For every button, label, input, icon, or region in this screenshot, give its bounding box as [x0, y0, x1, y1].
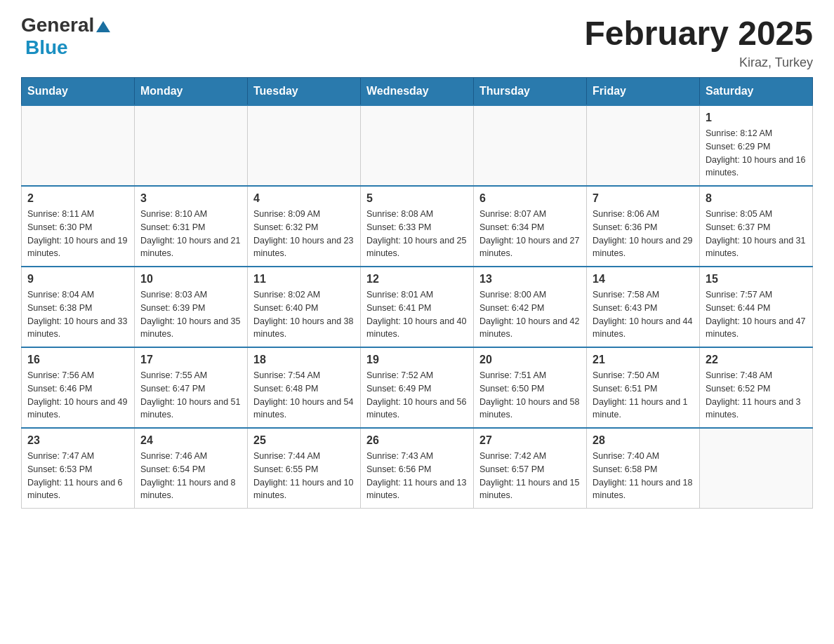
- day-number: 3: [140, 192, 241, 205]
- day-info: Sunrise: 7:46 AM Sunset: 6:54 PM Dayligh…: [140, 450, 241, 502]
- calendar-day-cell: 2Sunrise: 8:11 AM Sunset: 6:30 PM Daylig…: [22, 186, 135, 267]
- col-tuesday: Tuesday: [248, 78, 361, 106]
- day-number: 12: [366, 273, 468, 286]
- calendar-day-cell: 20Sunrise: 7:51 AM Sunset: 6:50 PM Dayli…: [474, 347, 587, 428]
- day-number: 6: [479, 192, 581, 205]
- calendar-day-cell: 15Sunrise: 7:57 AM Sunset: 6:44 PM Dayli…: [700, 267, 813, 347]
- day-info: Sunrise: 8:11 AM Sunset: 6:30 PM Dayligh…: [27, 208, 128, 260]
- calendar-day-cell: 3Sunrise: 8:10 AM Sunset: 6:31 PM Daylig…: [135, 186, 248, 267]
- calendar-day-cell: [700, 428, 813, 509]
- day-number: 11: [253, 273, 355, 286]
- day-info: Sunrise: 8:02 AM Sunset: 6:40 PM Dayligh…: [253, 288, 355, 341]
- calendar-day-cell: 17Sunrise: 7:55 AM Sunset: 6:47 PM Dayli…: [135, 347, 248, 428]
- day-number: 26: [366, 434, 468, 447]
- day-info: Sunrise: 7:57 AM Sunset: 6:44 PM Dayligh…: [706, 288, 807, 341]
- calendar-day-cell: 11Sunrise: 8:02 AM Sunset: 6:40 PM Dayli…: [248, 267, 361, 347]
- day-info: Sunrise: 7:52 AM Sunset: 6:49 PM Dayligh…: [366, 369, 468, 422]
- day-number: 18: [253, 354, 355, 366]
- day-info: Sunrise: 8:09 AM Sunset: 6:32 PM Dayligh…: [253, 208, 355, 260]
- day-info: Sunrise: 7:47 AM Sunset: 6:53 PM Dayligh…: [27, 450, 128, 502]
- day-number: 16: [27, 354, 128, 366]
- calendar-header-row: Sunday Monday Tuesday Wednesday Thursday…: [22, 78, 813, 106]
- calendar-day-cell: 27Sunrise: 7:42 AM Sunset: 6:57 PM Dayli…: [474, 428, 587, 509]
- calendar-day-cell: 14Sunrise: 7:58 AM Sunset: 6:43 PM Dayli…: [587, 267, 700, 347]
- calendar-day-cell: 1Sunrise: 8:12 AM Sunset: 6:29 PM Daylig…: [700, 105, 813, 186]
- day-number: 1: [706, 112, 807, 124]
- day-number: 28: [593, 434, 694, 447]
- calendar-day-cell: 23Sunrise: 7:47 AM Sunset: 6:53 PM Dayli…: [22, 428, 135, 509]
- day-number: 25: [253, 434, 355, 447]
- day-info: Sunrise: 8:04 AM Sunset: 6:38 PM Dayligh…: [27, 288, 128, 341]
- calendar-day-cell: [361, 105, 474, 186]
- calendar-location: Kiraz, Turkey: [584, 55, 813, 70]
- calendar-day-cell: 6Sunrise: 8:07 AM Sunset: 6:34 PM Daylig…: [474, 186, 587, 267]
- day-number: 5: [366, 192, 468, 205]
- day-number: 22: [706, 354, 807, 366]
- day-number: 21: [593, 354, 694, 366]
- day-info: Sunrise: 8:10 AM Sunset: 6:31 PM Dayligh…: [140, 208, 241, 260]
- day-number: 27: [479, 434, 581, 447]
- day-info: Sunrise: 7:55 AM Sunset: 6:47 PM Dayligh…: [140, 369, 241, 422]
- calendar-day-cell: 24Sunrise: 7:46 AM Sunset: 6:54 PM Dayli…: [135, 428, 248, 509]
- day-number: 10: [140, 273, 241, 286]
- calendar-week-row: 1Sunrise: 8:12 AM Sunset: 6:29 PM Daylig…: [22, 105, 813, 186]
- day-info: Sunrise: 8:01 AM Sunset: 6:41 PM Dayligh…: [366, 288, 468, 341]
- col-wednesday: Wednesday: [361, 78, 474, 106]
- calendar-day-cell: 5Sunrise: 8:08 AM Sunset: 6:33 PM Daylig…: [361, 186, 474, 267]
- page-header: General Blue February 2025 Kiraz, Turkey: [21, 14, 813, 70]
- calendar-day-cell: 26Sunrise: 7:43 AM Sunset: 6:56 PM Dayli…: [361, 428, 474, 509]
- calendar-day-cell: 25Sunrise: 7:44 AM Sunset: 6:55 PM Dayli…: [248, 428, 361, 509]
- title-block: February 2025 Kiraz, Turkey: [584, 14, 813, 70]
- calendar-day-cell: 13Sunrise: 8:00 AM Sunset: 6:42 PM Dayli…: [474, 267, 587, 347]
- calendar-week-row: 2Sunrise: 8:11 AM Sunset: 6:30 PM Daylig…: [22, 186, 813, 267]
- day-info: Sunrise: 7:51 AM Sunset: 6:50 PM Dayligh…: [479, 369, 581, 422]
- day-info: Sunrise: 8:05 AM Sunset: 6:37 PM Dayligh…: [706, 208, 807, 260]
- calendar-day-cell: 16Sunrise: 7:56 AM Sunset: 6:46 PM Dayli…: [22, 347, 135, 428]
- day-info: Sunrise: 7:54 AM Sunset: 6:48 PM Dayligh…: [253, 369, 355, 422]
- day-number: 8: [706, 192, 807, 205]
- calendar-day-cell: [22, 105, 135, 186]
- calendar-day-cell: 9Sunrise: 8:04 AM Sunset: 6:38 PM Daylig…: [22, 267, 135, 347]
- day-info: Sunrise: 7:40 AM Sunset: 6:58 PM Dayligh…: [593, 450, 694, 502]
- day-number: 24: [140, 434, 241, 447]
- day-info: Sunrise: 8:12 AM Sunset: 6:29 PM Dayligh…: [706, 127, 807, 180]
- day-info: Sunrise: 7:56 AM Sunset: 6:46 PM Dayligh…: [27, 369, 128, 422]
- calendar-day-cell: 22Sunrise: 7:48 AM Sunset: 6:52 PM Dayli…: [700, 347, 813, 428]
- day-info: Sunrise: 7:48 AM Sunset: 6:52 PM Dayligh…: [706, 369, 807, 422]
- day-info: Sunrise: 8:06 AM Sunset: 6:36 PM Dayligh…: [593, 208, 694, 260]
- col-friday: Friday: [587, 78, 700, 106]
- calendar-day-cell: 19Sunrise: 7:52 AM Sunset: 6:49 PM Dayli…: [361, 347, 474, 428]
- day-number: 15: [706, 273, 807, 286]
- day-info: Sunrise: 7:58 AM Sunset: 6:43 PM Dayligh…: [593, 288, 694, 341]
- day-info: Sunrise: 8:08 AM Sunset: 6:33 PM Dayligh…: [366, 208, 468, 260]
- calendar-day-cell: 12Sunrise: 8:01 AM Sunset: 6:41 PM Dayli…: [361, 267, 474, 347]
- logo: General Blue: [21, 14, 110, 59]
- calendar-week-row: 23Sunrise: 7:47 AM Sunset: 6:53 PM Dayli…: [22, 428, 813, 509]
- col-thursday: Thursday: [474, 78, 587, 106]
- logo-general-text: General: [21, 14, 94, 36]
- day-info: Sunrise: 7:50 AM Sunset: 6:51 PM Dayligh…: [593, 369, 694, 422]
- day-number: 20: [479, 354, 581, 366]
- calendar-title: February 2025: [584, 14, 813, 53]
- day-number: 4: [253, 192, 355, 205]
- day-info: Sunrise: 7:42 AM Sunset: 6:57 PM Dayligh…: [479, 450, 581, 502]
- calendar-day-cell: 28Sunrise: 7:40 AM Sunset: 6:58 PM Dayli…: [587, 428, 700, 509]
- day-number: 2: [27, 192, 128, 205]
- day-info: Sunrise: 8:07 AM Sunset: 6:34 PM Dayligh…: [479, 208, 581, 260]
- calendar-day-cell: [587, 105, 700, 186]
- calendar-day-cell: 18Sunrise: 7:54 AM Sunset: 6:48 PM Dayli…: [248, 347, 361, 428]
- day-info: Sunrise: 8:00 AM Sunset: 6:42 PM Dayligh…: [479, 288, 581, 341]
- day-number: 23: [27, 434, 128, 447]
- logo-blue-text: Blue: [25, 36, 68, 58]
- col-sunday: Sunday: [22, 78, 135, 106]
- day-number: 7: [593, 192, 694, 205]
- calendar-day-cell: 4Sunrise: 8:09 AM Sunset: 6:32 PM Daylig…: [248, 186, 361, 267]
- day-info: Sunrise: 7:43 AM Sunset: 6:56 PM Dayligh…: [366, 450, 468, 502]
- day-info: Sunrise: 7:44 AM Sunset: 6:55 PM Dayligh…: [253, 450, 355, 502]
- calendar-day-cell: 8Sunrise: 8:05 AM Sunset: 6:37 PM Daylig…: [700, 186, 813, 267]
- calendar-day-cell: [248, 105, 361, 186]
- calendar-day-cell: [135, 105, 248, 186]
- logo-triangle-icon: [96, 21, 110, 32]
- day-number: 19: [366, 354, 468, 366]
- calendar-week-row: 9Sunrise: 8:04 AM Sunset: 6:38 PM Daylig…: [22, 267, 813, 347]
